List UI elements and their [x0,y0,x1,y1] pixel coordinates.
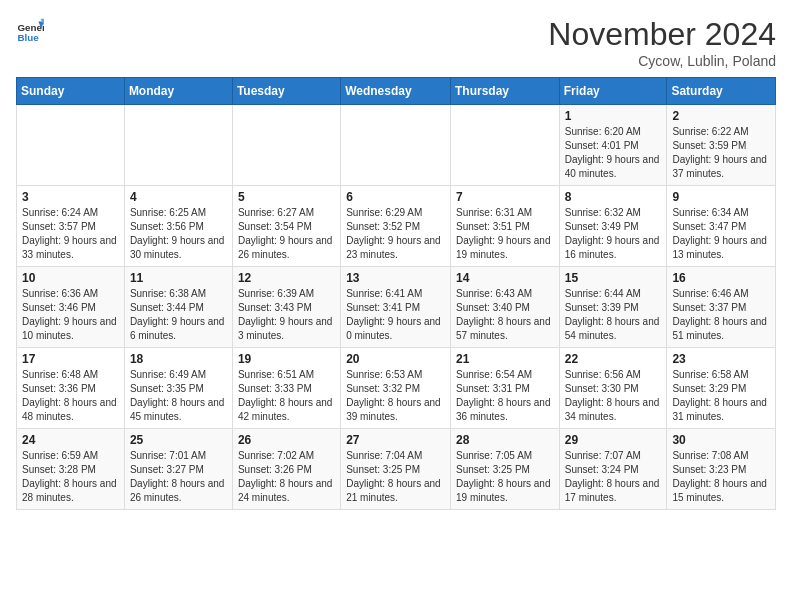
day-number: 12 [238,271,335,285]
weekday-header-tuesday: Tuesday [232,78,340,105]
day-info: Sunrise: 6:29 AM Sunset: 3:52 PM Dayligh… [346,206,445,262]
calendar-cell: 7Sunrise: 6:31 AM Sunset: 3:51 PM Daylig… [450,186,559,267]
day-number: 21 [456,352,554,366]
day-info: Sunrise: 6:41 AM Sunset: 3:41 PM Dayligh… [346,287,445,343]
calendar-cell: 6Sunrise: 6:29 AM Sunset: 3:52 PM Daylig… [341,186,451,267]
calendar-week-row: 1Sunrise: 6:20 AM Sunset: 4:01 PM Daylig… [17,105,776,186]
day-info: Sunrise: 6:34 AM Sunset: 3:47 PM Dayligh… [672,206,770,262]
page-header: General Blue November 2024 Cycow, Lublin… [16,16,776,69]
day-info: Sunrise: 6:39 AM Sunset: 3:43 PM Dayligh… [238,287,335,343]
calendar-cell: 1Sunrise: 6:20 AM Sunset: 4:01 PM Daylig… [559,105,667,186]
calendar-cell [232,105,340,186]
day-number: 6 [346,190,445,204]
day-number: 30 [672,433,770,447]
day-number: 29 [565,433,662,447]
day-number: 8 [565,190,662,204]
day-number: 26 [238,433,335,447]
calendar-cell: 24Sunrise: 6:59 AM Sunset: 3:28 PM Dayli… [17,429,125,510]
day-number: 17 [22,352,119,366]
logo-icon: General Blue [16,16,44,44]
day-info: Sunrise: 6:32 AM Sunset: 3:49 PM Dayligh… [565,206,662,262]
calendar-cell: 5Sunrise: 6:27 AM Sunset: 3:54 PM Daylig… [232,186,340,267]
day-info: Sunrise: 6:25 AM Sunset: 3:56 PM Dayligh… [130,206,227,262]
day-info: Sunrise: 6:51 AM Sunset: 3:33 PM Dayligh… [238,368,335,424]
day-info: Sunrise: 6:20 AM Sunset: 4:01 PM Dayligh… [565,125,662,181]
day-info: Sunrise: 6:43 AM Sunset: 3:40 PM Dayligh… [456,287,554,343]
calendar-cell: 4Sunrise: 6:25 AM Sunset: 3:56 PM Daylig… [124,186,232,267]
calendar-cell: 21Sunrise: 6:54 AM Sunset: 3:31 PM Dayli… [450,348,559,429]
day-number: 22 [565,352,662,366]
calendar-cell: 20Sunrise: 6:53 AM Sunset: 3:32 PM Dayli… [341,348,451,429]
day-number: 15 [565,271,662,285]
day-info: Sunrise: 7:01 AM Sunset: 3:27 PM Dayligh… [130,449,227,505]
day-info: Sunrise: 6:31 AM Sunset: 3:51 PM Dayligh… [456,206,554,262]
calendar-table: SundayMondayTuesdayWednesdayThursdayFrid… [16,77,776,510]
calendar-week-row: 24Sunrise: 6:59 AM Sunset: 3:28 PM Dayli… [17,429,776,510]
calendar-cell: 25Sunrise: 7:01 AM Sunset: 3:27 PM Dayli… [124,429,232,510]
calendar-cell: 13Sunrise: 6:41 AM Sunset: 3:41 PM Dayli… [341,267,451,348]
day-info: Sunrise: 6:56 AM Sunset: 3:30 PM Dayligh… [565,368,662,424]
svg-text:Blue: Blue [17,32,39,43]
day-number: 16 [672,271,770,285]
day-info: Sunrise: 6:46 AM Sunset: 3:37 PM Dayligh… [672,287,770,343]
calendar-cell: 22Sunrise: 6:56 AM Sunset: 3:30 PM Dayli… [559,348,667,429]
day-info: Sunrise: 6:49 AM Sunset: 3:35 PM Dayligh… [130,368,227,424]
calendar-week-row: 17Sunrise: 6:48 AM Sunset: 3:36 PM Dayli… [17,348,776,429]
calendar-cell: 27Sunrise: 7:04 AM Sunset: 3:25 PM Dayli… [341,429,451,510]
day-number: 24 [22,433,119,447]
calendar-cell: 23Sunrise: 6:58 AM Sunset: 3:29 PM Dayli… [667,348,776,429]
calendar-cell: 14Sunrise: 6:43 AM Sunset: 3:40 PM Dayli… [450,267,559,348]
day-number: 11 [130,271,227,285]
day-number: 5 [238,190,335,204]
day-info: Sunrise: 6:59 AM Sunset: 3:28 PM Dayligh… [22,449,119,505]
calendar-cell: 16Sunrise: 6:46 AM Sunset: 3:37 PM Dayli… [667,267,776,348]
day-info: Sunrise: 6:22 AM Sunset: 3:59 PM Dayligh… [672,125,770,181]
day-number: 13 [346,271,445,285]
calendar-cell: 17Sunrise: 6:48 AM Sunset: 3:36 PM Dayli… [17,348,125,429]
month-title: November 2024 [548,16,776,53]
day-info: Sunrise: 6:48 AM Sunset: 3:36 PM Dayligh… [22,368,119,424]
calendar-cell: 18Sunrise: 6:49 AM Sunset: 3:35 PM Dayli… [124,348,232,429]
weekday-header-friday: Friday [559,78,667,105]
day-number: 27 [346,433,445,447]
calendar-cell: 15Sunrise: 6:44 AM Sunset: 3:39 PM Dayli… [559,267,667,348]
calendar-cell: 2Sunrise: 6:22 AM Sunset: 3:59 PM Daylig… [667,105,776,186]
day-info: Sunrise: 7:02 AM Sunset: 3:26 PM Dayligh… [238,449,335,505]
weekday-header-saturday: Saturday [667,78,776,105]
day-info: Sunrise: 6:24 AM Sunset: 3:57 PM Dayligh… [22,206,119,262]
weekday-header-thursday: Thursday [450,78,559,105]
day-number: 4 [130,190,227,204]
location-title: Cycow, Lublin, Poland [548,53,776,69]
calendar-cell: 8Sunrise: 6:32 AM Sunset: 3:49 PM Daylig… [559,186,667,267]
calendar-week-row: 3Sunrise: 6:24 AM Sunset: 3:57 PM Daylig… [17,186,776,267]
day-number: 9 [672,190,770,204]
day-info: Sunrise: 6:27 AM Sunset: 3:54 PM Dayligh… [238,206,335,262]
title-area: November 2024 Cycow, Lublin, Poland [548,16,776,69]
calendar-cell: 3Sunrise: 6:24 AM Sunset: 3:57 PM Daylig… [17,186,125,267]
day-number: 23 [672,352,770,366]
day-number: 2 [672,109,770,123]
weekday-header-monday: Monday [124,78,232,105]
day-info: Sunrise: 6:44 AM Sunset: 3:39 PM Dayligh… [565,287,662,343]
calendar-cell: 12Sunrise: 6:39 AM Sunset: 3:43 PM Dayli… [232,267,340,348]
day-info: Sunrise: 7:05 AM Sunset: 3:25 PM Dayligh… [456,449,554,505]
day-number: 28 [456,433,554,447]
calendar-week-row: 10Sunrise: 6:36 AM Sunset: 3:46 PM Dayli… [17,267,776,348]
calendar-cell: 26Sunrise: 7:02 AM Sunset: 3:26 PM Dayli… [232,429,340,510]
day-info: Sunrise: 6:36 AM Sunset: 3:46 PM Dayligh… [22,287,119,343]
day-number: 20 [346,352,445,366]
day-info: Sunrise: 6:53 AM Sunset: 3:32 PM Dayligh… [346,368,445,424]
day-info: Sunrise: 6:38 AM Sunset: 3:44 PM Dayligh… [130,287,227,343]
calendar-cell [450,105,559,186]
calendar-cell [341,105,451,186]
day-info: Sunrise: 6:58 AM Sunset: 3:29 PM Dayligh… [672,368,770,424]
weekday-header-wednesday: Wednesday [341,78,451,105]
day-number: 10 [22,271,119,285]
day-info: Sunrise: 6:54 AM Sunset: 3:31 PM Dayligh… [456,368,554,424]
calendar-cell: 10Sunrise: 6:36 AM Sunset: 3:46 PM Dayli… [17,267,125,348]
day-number: 1 [565,109,662,123]
day-number: 7 [456,190,554,204]
weekday-header-sunday: Sunday [17,78,125,105]
day-number: 25 [130,433,227,447]
day-info: Sunrise: 7:04 AM Sunset: 3:25 PM Dayligh… [346,449,445,505]
